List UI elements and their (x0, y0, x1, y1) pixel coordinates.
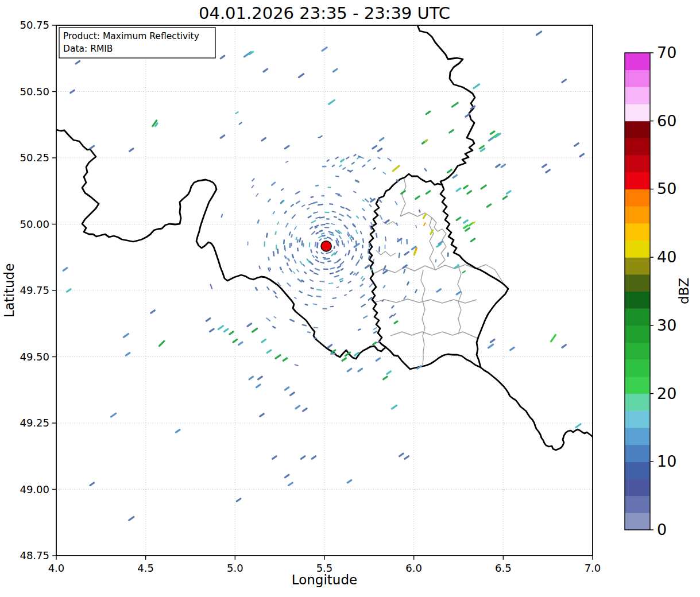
clutter-speck (368, 249, 369, 253)
clutter-speck (297, 240, 298, 242)
echo-mark (230, 332, 234, 335)
clutter-speck (308, 332, 310, 332)
echo-mark (63, 268, 67, 271)
clutter-speck (361, 254, 362, 258)
clutter-speck (314, 273, 318, 274)
clutter-speck (310, 280, 314, 281)
clutter-speck (393, 314, 396, 316)
clutter-speck (310, 227, 312, 228)
clutter-speck (369, 297, 372, 300)
clutter-speck (339, 214, 343, 216)
echo-mark (299, 74, 303, 77)
colorbar-segment (625, 53, 650, 70)
echo-mark (424, 223, 426, 225)
echo-mark (551, 335, 555, 341)
y-tick-label: 49.50 (20, 351, 49, 363)
clutter-speck (252, 185, 253, 188)
clutter-speck (357, 216, 358, 218)
clutter-speck (259, 266, 260, 269)
echo-mark (347, 480, 351, 483)
annotation-product: Product: Maximum Reflectivity (63, 31, 199, 41)
colorbar-segment (625, 428, 650, 445)
echo-mark (453, 175, 457, 178)
colorbar-segment (625, 87, 650, 104)
radar-site-marker (321, 241, 331, 251)
clutter-speck (313, 304, 316, 304)
clutter-speck (397, 223, 397, 226)
colorbar-segment (625, 377, 650, 394)
echo-mark (352, 162, 354, 164)
colorbar-segment (625, 189, 650, 206)
clutter-speck (327, 237, 331, 238)
clutter-speck (315, 242, 316, 246)
echo-mark (362, 165, 365, 166)
echo-mark (312, 456, 316, 459)
clutter-speck (266, 318, 270, 321)
gridlines-layer (56, 25, 593, 556)
echo-mark (262, 339, 266, 342)
echo-mark (414, 252, 415, 255)
clutter-speck (336, 193, 340, 194)
clutter-speck (341, 262, 344, 265)
echo-mark (489, 138, 493, 141)
colorbar-tick-label: 40 (657, 248, 676, 266)
clutter-speck (330, 250, 332, 253)
echo-mark (490, 339, 494, 342)
clutter-speck (319, 239, 321, 241)
admin-border (390, 332, 478, 339)
clutter-speck (292, 255, 293, 258)
clutter-speck (383, 172, 385, 174)
annotation-data-source: Data: RMIB (63, 44, 113, 54)
colorbar-tick-label: 30 (657, 316, 676, 334)
echo-mark (437, 289, 441, 292)
clutter-speck (348, 241, 349, 243)
echo-mark (129, 149, 133, 152)
echo-mark (123, 334, 128, 338)
clutter-speck (392, 306, 393, 308)
clutter-speck (289, 259, 289, 261)
echo-mark (258, 377, 262, 379)
clutter-speck (322, 235, 324, 236)
echo-mark (378, 149, 382, 152)
clutter-speck (361, 277, 363, 278)
echo-mark (239, 123, 242, 125)
echo-mark (90, 146, 94, 149)
echo-mark (405, 456, 409, 459)
clutter-speck (397, 180, 398, 181)
clutter-speck (334, 276, 338, 277)
clutter-speck (329, 231, 333, 232)
colorbar-segment (625, 206, 650, 223)
clutter-speck (293, 272, 295, 273)
admin-border (400, 177, 406, 216)
country-border-france_germany (481, 367, 593, 450)
clutter-speck (419, 210, 420, 212)
clutter-speck (338, 266, 341, 268)
clutter-speck (351, 236, 352, 238)
clutter-speck (346, 208, 350, 211)
clutter-speck (298, 279, 301, 282)
clutter-speck (277, 222, 279, 224)
clutter-speck (345, 226, 347, 228)
clutter-speck (312, 231, 315, 234)
clutter-speck (297, 270, 299, 272)
clutter-speck (287, 263, 288, 266)
echo-mark (496, 165, 500, 168)
clutter-speck (292, 235, 292, 237)
clutter-speck (353, 238, 353, 239)
echo-mark (333, 69, 337, 72)
clutter-speck (296, 238, 297, 239)
clutter-speck (342, 241, 343, 245)
clutter-speck (337, 271, 339, 272)
echo-mark (546, 170, 550, 173)
clutter-speck (390, 316, 392, 318)
clutter-speck (363, 200, 364, 201)
clutter-speck (289, 232, 291, 235)
echo-mark (426, 191, 430, 194)
echo-mark (457, 218, 461, 220)
colorbar-segment (625, 479, 650, 496)
colorbar-segment (625, 325, 650, 343)
echo-mark (450, 130, 454, 133)
clutter-speck (273, 212, 274, 214)
clutter-speck (345, 294, 347, 295)
clutter-speck (329, 283, 333, 284)
